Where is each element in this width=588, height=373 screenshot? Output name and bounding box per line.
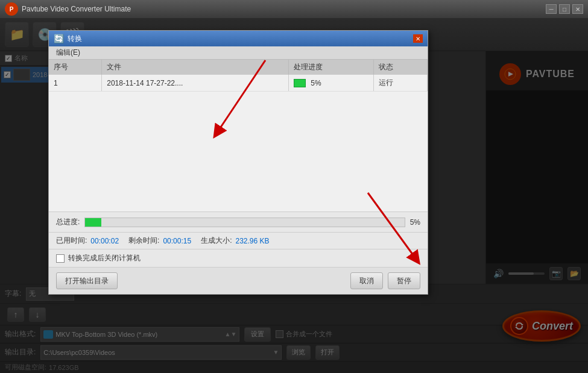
file-size-value: 232.96 KB xyxy=(235,237,269,245)
shutdown-checkbox[interactable] xyxy=(56,254,65,263)
remaining-value: 00:00:15 xyxy=(163,237,191,245)
overall-pct: 5% xyxy=(410,218,420,227)
cancel-button[interactable]: 取消 xyxy=(350,272,383,289)
cell-status: 运行 xyxy=(374,75,428,91)
app-window: P Pavtube Video Converter Ultimate ─ □ ✕… xyxy=(0,0,588,373)
cell-progress: 5% xyxy=(289,75,374,91)
dialog-menu: 编辑(E) xyxy=(49,46,428,60)
progress-table: 序号 文件 处理进度 状态 1 2018-11-14 17-27-22.... xyxy=(49,60,428,91)
cell-file: 2018-11-14 17-27-22.... xyxy=(102,75,289,91)
dialog-title-text: 转换 xyxy=(68,34,409,44)
window-title: Pavtube Video Converter Ultimate xyxy=(22,5,546,13)
col-progress: 处理进度 xyxy=(289,60,374,75)
table-header-row: 序号 文件 处理进度 状态 xyxy=(49,60,428,75)
app-logo: P xyxy=(5,2,18,16)
table-row: 1 2018-11-14 17-27-22.... 5% 运行 xyxy=(49,75,428,91)
dialog-empty-area xyxy=(49,91,428,212)
dialog-close-button[interactable]: ✕ xyxy=(413,34,423,43)
title-bar: P Pavtube Video Converter Ultimate ─ □ ✕ xyxy=(0,0,588,18)
overall-label: 总进度: xyxy=(56,217,80,227)
open-output-button[interactable]: 打开输出目录 xyxy=(56,272,118,289)
elapsed-time: 已用时间: 00:00:02 xyxy=(56,236,119,246)
cell-seq: 1 xyxy=(49,75,102,91)
col-status: 状态 xyxy=(374,60,428,75)
close-button[interactable]: ✕ xyxy=(572,4,583,14)
remaining-label: 剩余时间: xyxy=(128,236,159,246)
progress-pct: 5% xyxy=(311,79,321,87)
dialog-buttons: 打开输出目录 取消 暂停 xyxy=(49,267,428,294)
dialog-title-bar: 🔄 转换 ✕ xyxy=(49,31,428,46)
shutdown-checkbox-row: 转换完成后关闭计算机 xyxy=(49,249,428,267)
overall-bar-fill xyxy=(85,218,101,227)
window-controls: ─ □ ✕ xyxy=(546,4,583,14)
file-size: 生成大小: 232.96 KB xyxy=(201,236,269,246)
file-size-label: 生成大小: xyxy=(201,236,232,246)
elapsed-label: 已用时间: xyxy=(56,236,87,246)
col-file: 文件 xyxy=(102,60,289,75)
elapsed-value: 00:00:02 xyxy=(90,237,119,245)
dialog-overlay: 🔄 转换 ✕ 编辑(E) 序号 文件 处理进度 状态 xyxy=(0,18,588,373)
remaining-time: 剩余时间: 00:00:15 xyxy=(128,236,191,246)
minimize-button[interactable]: ─ xyxy=(546,4,557,14)
dialog-menu-edit[interactable]: 编辑(E) xyxy=(54,46,83,59)
maximize-button[interactable]: □ xyxy=(559,4,570,14)
overall-bar-wrap xyxy=(84,218,405,227)
overall-progress-bar: 总进度: 5% xyxy=(49,212,428,232)
col-seq: 序号 xyxy=(49,60,102,75)
time-info-bar: 已用时间: 00:00:02 剩余时间: 00:00:15 生成大小: 232.… xyxy=(49,232,428,249)
shutdown-label: 转换完成后关闭计算机 xyxy=(68,253,141,263)
progress-bar xyxy=(294,79,306,87)
dialog-title-icon: 🔄 xyxy=(54,34,64,43)
progress-dialog: 🔄 转换 ✕ 编辑(E) 序号 文件 处理进度 状态 xyxy=(48,30,428,295)
pause-button[interactable]: 暂停 xyxy=(388,272,420,289)
